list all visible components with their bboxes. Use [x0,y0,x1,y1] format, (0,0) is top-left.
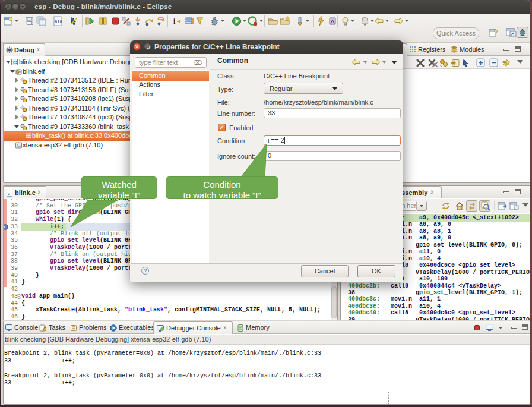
svg-text:C: C [511,33,514,37]
svg-text:c: c [8,191,10,196]
svg-text:C: C [13,59,17,65]
svg-text:010: 010 [55,20,62,24]
svg-text:i: i [173,17,176,26]
